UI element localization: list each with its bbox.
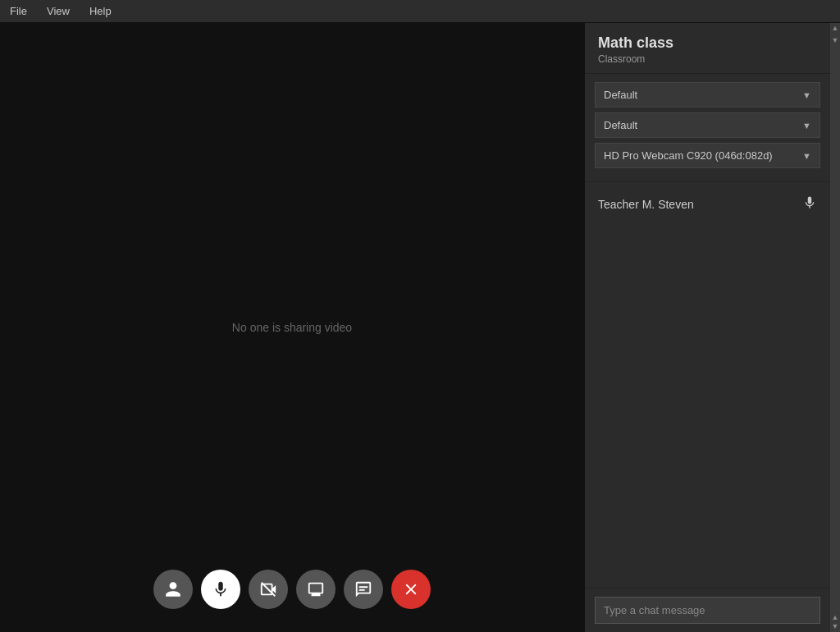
room-type: Classroom [598,53,817,65]
audio-output-dropdown[interactable]: Default ▼ [595,112,820,138]
participants-button[interactable] [153,570,193,609]
audio-output-arrow: ▼ [802,121,811,131]
room-name: Math class [598,34,817,52]
microphone-button[interactable] [201,570,240,609]
audio-input-dropdown[interactable]: Default ▼ [595,82,820,108]
chat-area [585,588,830,632]
participant-row: Teacher M. Steven [595,190,820,218]
sidebar-scrollbar[interactable]: ▲ ▼ ▲ ▼ [830,23,840,632]
participant-name: Teacher M. Steven [598,198,694,211]
sidebar-inner: Math class Classroom Default ▼ Default ▼… [585,23,830,632]
video-input-dropdown[interactable]: HD Pro Webcam C920 (046d:082d) ▼ [595,143,820,168]
scroll-up-arrow-bottom[interactable]: ▲ [832,614,839,621]
chat-button[interactable] [344,570,383,609]
menu-bar: File View Help [0,0,840,23]
no-video-label: No one is sharing video [232,321,352,334]
video-area: No one is sharing video [0,23,584,632]
sidebar: Math class Classroom Default ▼ Default ▼… [584,23,840,632]
svg-rect-1 [359,586,368,588]
audio-input-arrow: ▼ [802,90,811,100]
sidebar-header: Math class Classroom [585,23,830,74]
end-call-button[interactable] [391,570,431,609]
audio-output-label: Default [604,119,637,131]
menu-file[interactable]: File [7,3,30,19]
controls-bar [0,570,584,609]
camera-button[interactable] [249,570,288,609]
chat-input[interactable] [595,597,820,624]
menu-help[interactable]: Help [86,3,115,19]
participant-mic-icon [802,195,817,213]
participants-area: Teacher M. Steven [585,182,830,588]
main-layout: No one is sharing video [0,23,840,632]
video-input-arrow: ▼ [802,151,811,161]
scroll-up-arrow[interactable]: ▲ [832,25,839,32]
settings-area: Default ▼ Default ▼ HD Pro Webcam C920 (… [585,74,830,182]
screen-share-button[interactable] [296,570,336,609]
svg-rect-2 [359,589,365,591]
menu-view[interactable]: View [43,3,73,19]
scroll-down-arrow-bottom[interactable]: ▼ [832,623,839,630]
audio-input-label: Default [604,89,637,101]
video-input-label: HD Pro Webcam C920 (046d:082d) [604,149,773,162]
scroll-down-arrow[interactable]: ▼ [832,37,839,44]
